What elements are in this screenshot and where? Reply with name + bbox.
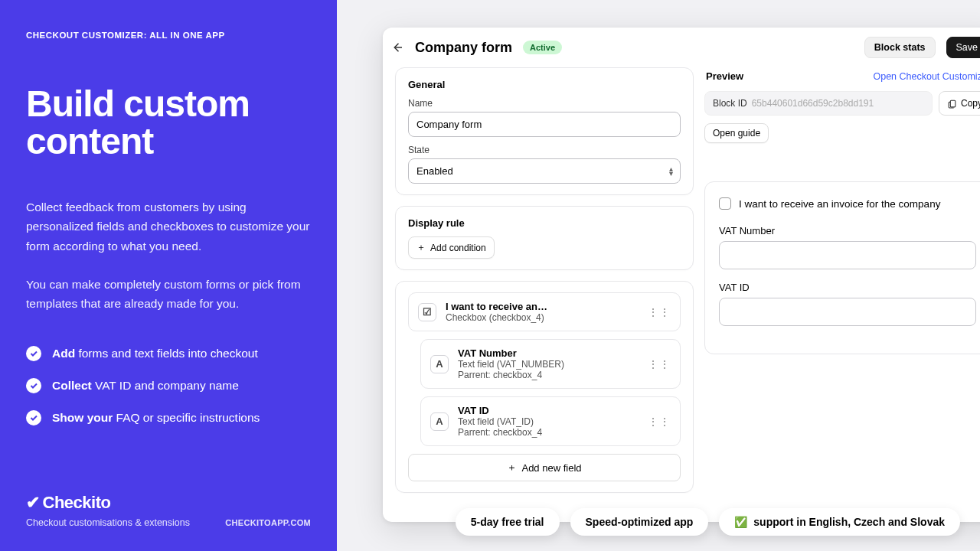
bullet-add: Add forms and text fields into checkout bbox=[26, 346, 311, 361]
checkbox-type-icon: ☑ bbox=[418, 303, 436, 321]
fields-card: ☑ I want to receive an… Checkbox (checkb… bbox=[395, 281, 694, 493]
drag-handle-icon[interactable]: ⋮⋮ bbox=[648, 358, 671, 370]
text-type-icon: A bbox=[430, 412, 449, 431]
preview-vat-number-label: VAT Number bbox=[719, 225, 976, 236]
preview-vat-id-label: VAT ID bbox=[719, 282, 976, 293]
display-rule-card: Display rule ＋ Add condition bbox=[395, 206, 694, 270]
clipboard-icon bbox=[947, 99, 957, 109]
plus-icon: ＋ bbox=[507, 461, 517, 474]
hero-paragraph-2: You can make completely custom forms or … bbox=[26, 275, 311, 314]
field-row-checkbox[interactable]: ☑ I want to receive an… Checkbox (checkb… bbox=[408, 292, 681, 331]
svg-rect-1 bbox=[950, 100, 956, 107]
card-heading-display-rule: Display rule bbox=[408, 217, 681, 229]
state-label: State bbox=[408, 145, 681, 155]
drag-handle-icon[interactable]: ⋮⋮ bbox=[648, 306, 671, 318]
hero-title: Build custom content bbox=[26, 86, 311, 161]
bullet-collect: Collect VAT ID and company name bbox=[26, 378, 311, 393]
preview-checkbox[interactable] bbox=[719, 197, 731, 210]
kicker: CHECKOUT CUSTOMIZER: ALL IN ONE APP bbox=[26, 31, 311, 40]
preview-vat-id-input[interactable] bbox=[719, 298, 976, 326]
copy-button[interactable]: Copy bbox=[939, 91, 980, 116]
save-button[interactable]: Save bbox=[946, 37, 981, 58]
brand-tagline: Checkout customisations & extensions bbox=[26, 517, 190, 528]
pill-speed: Speed-optimized app bbox=[570, 508, 709, 536]
card-heading-general: General bbox=[408, 79, 681, 90]
check-circle-icon bbox=[26, 378, 41, 393]
check-circle-icon bbox=[26, 346, 41, 361]
block-stats-button[interactable]: Block stats bbox=[864, 37, 936, 58]
open-guide-button[interactable]: Open guide bbox=[704, 123, 769, 143]
hero-paragraph-1: Collect feedback from customers by using… bbox=[26, 197, 311, 256]
field-row-vat-id[interactable]: A VAT ID Text field (VAT_ID) Parrent: ch… bbox=[420, 396, 681, 446]
text-type-icon: A bbox=[430, 355, 449, 373]
brand-website: CHECKITOAPP.COM bbox=[225, 518, 311, 527]
preview-render: I want to receive an invoice for the com… bbox=[704, 181, 980, 354]
preview-vat-number-input[interactable] bbox=[719, 241, 976, 269]
status-badge: Active bbox=[523, 41, 562, 54]
general-card: General Name State Enabled ▴▾ bbox=[395, 67, 694, 195]
marketing-sidebar: CHECKOUT CUSTOMIZER: ALL IN ONE APP Buil… bbox=[0, 0, 337, 551]
add-new-field-button[interactable]: ＋ Add new field bbox=[408, 454, 681, 481]
name-input[interactable] bbox=[408, 112, 681, 137]
check-emoji-icon: ✅ bbox=[734, 516, 747, 528]
preview-checkbox-label: I want to receive an invoice for the com… bbox=[739, 198, 940, 210]
brand-logo: ✔Checkito bbox=[26, 493, 311, 513]
app-canvas: Company form Active Block stats Save Gen… bbox=[337, 0, 980, 551]
add-condition-button[interactable]: ＋ Add condition bbox=[408, 236, 495, 259]
back-arrow-icon[interactable] bbox=[390, 41, 404, 54]
promo-pills: 5-day free trial Speed-optimized app ✅ s… bbox=[456, 508, 960, 536]
drag-handle-icon[interactable]: ⋮⋮ bbox=[648, 416, 671, 428]
app-header: Company form Active Block stats Save bbox=[383, 28, 980, 67]
plus-icon: ＋ bbox=[416, 241, 426, 254]
app-window: Company form Active Block stats Save Gen… bbox=[383, 28, 980, 522]
pill-free-trial: 5-day free trial bbox=[456, 508, 560, 536]
block-id-display: Block ID 65b440601d66d59c2b8dd191 bbox=[704, 91, 933, 116]
open-customizer-link[interactable]: Open Checkout Customizer bbox=[873, 71, 980, 82]
check-circle-icon bbox=[26, 410, 41, 425]
bullet-show: Show your FAQ or specific instructions bbox=[26, 410, 311, 425]
pill-support: ✅ support in English, Czech and Slovak bbox=[719, 508, 960, 536]
select-arrows-icon: ▴▾ bbox=[669, 167, 673, 176]
page-title: Company form bbox=[415, 40, 512, 56]
field-row-vat-number[interactable]: A VAT Number Text field (VAT_NUMBER) Par… bbox=[420, 339, 681, 389]
state-select[interactable]: Enabled bbox=[408, 158, 681, 184]
preview-heading: Preview bbox=[706, 70, 743, 82]
name-label: Name bbox=[408, 98, 681, 109]
